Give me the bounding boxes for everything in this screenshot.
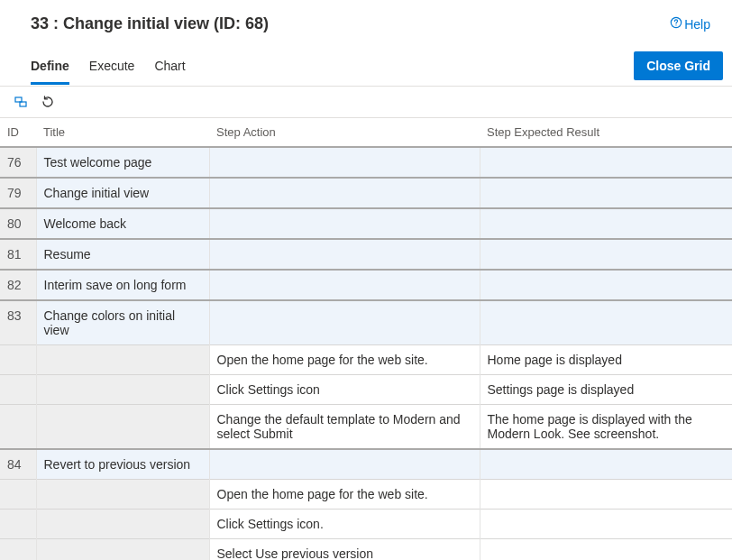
cell-title[interactable]: Change colors on initial view xyxy=(36,300,209,345)
cell-title[interactable]: Welcome back xyxy=(36,208,209,239)
cell-id[interactable]: 84 xyxy=(0,449,36,480)
tabs: Define Execute Chart xyxy=(31,53,186,84)
cell-id[interactable] xyxy=(0,480,36,510)
cell-result[interactable]: Home page is displayed xyxy=(480,345,732,375)
refresh-icon[interactable] xyxy=(40,94,56,110)
tab-chart[interactable]: Chart xyxy=(154,53,185,85)
test-row[interactable]: 82Interim save on long form xyxy=(0,270,732,300)
cell-action[interactable] xyxy=(209,178,480,208)
grid-toolbar xyxy=(0,87,732,118)
cell-result[interactable]: The home page is displayed with the Mode… xyxy=(480,405,732,450)
cell-action[interactable]: Open the home page for the web site. xyxy=(209,480,480,510)
cell-id[interactable]: 81 xyxy=(0,239,36,270)
cell-title[interactable] xyxy=(36,510,209,539)
cell-result[interactable]: Settings page is displayed xyxy=(480,375,732,405)
step-row[interactable]: Open the home page for the web site. xyxy=(0,480,732,510)
test-row[interactable]: 76Test welcome page xyxy=(0,147,732,178)
cell-title[interactable] xyxy=(36,480,209,510)
cell-title[interactable]: Interim save on long form xyxy=(36,270,209,300)
collapse-icon[interactable] xyxy=(13,94,29,110)
cell-id[interactable] xyxy=(0,345,36,375)
step-row[interactable]: Click Settings icon. xyxy=(0,510,732,539)
cell-title[interactable]: Change initial view xyxy=(36,178,209,208)
cell-result[interactable] xyxy=(480,178,732,208)
step-row[interactable]: Click Settings iconSettings page is disp… xyxy=(0,375,732,405)
cell-action[interactable] xyxy=(209,147,480,178)
cell-action[interactable] xyxy=(209,270,480,300)
cell-action[interactable]: Click Settings icon. xyxy=(209,510,480,539)
cell-result[interactable] xyxy=(480,539,732,561)
cell-result[interactable] xyxy=(480,270,732,300)
svg-rect-3 xyxy=(20,102,26,106)
help-label: Help xyxy=(684,17,710,32)
cell-action[interactable] xyxy=(209,300,480,345)
tab-execute[interactable]: Execute xyxy=(89,53,135,85)
cell-id[interactable]: 83 xyxy=(0,300,36,345)
test-row[interactable]: 80Welcome back xyxy=(0,208,732,239)
cell-result[interactable] xyxy=(480,208,732,239)
test-row[interactable]: 84Revert to previous version xyxy=(0,449,732,480)
test-row[interactable]: 79Change initial view xyxy=(0,178,732,208)
step-row[interactable]: Select Use previous version xyxy=(0,539,732,561)
test-row[interactable]: 81Resume xyxy=(0,239,732,270)
cell-action[interactable] xyxy=(209,208,480,239)
cell-id[interactable] xyxy=(0,405,36,450)
cell-title[interactable] xyxy=(36,405,209,450)
tab-define[interactable]: Define xyxy=(31,53,69,85)
cell-title[interactable]: Resume xyxy=(36,239,209,270)
cell-id[interactable]: 79 xyxy=(0,178,36,208)
test-row[interactable]: 83Change colors on initial view xyxy=(0,300,732,345)
help-link[interactable]: Help xyxy=(670,16,710,32)
cell-id[interactable] xyxy=(0,539,36,561)
cell-title[interactable]: Test welcome page xyxy=(36,147,209,178)
help-icon xyxy=(670,16,682,32)
cell-result[interactable] xyxy=(480,510,732,539)
cell-result[interactable] xyxy=(480,480,732,510)
cell-action[interactable] xyxy=(209,449,480,480)
page-title: 33 : Change initial view (ID: 68) xyxy=(31,14,269,33)
svg-point-1 xyxy=(676,24,677,25)
step-row[interactable]: Open the home page for the web site.Home… xyxy=(0,345,732,375)
col-header-id[interactable]: ID xyxy=(0,118,36,147)
cell-action[interactable]: Select Use previous version xyxy=(209,539,480,561)
cell-id[interactable]: 82 xyxy=(0,270,36,300)
col-header-action[interactable]: Step Action xyxy=(209,118,480,147)
svg-rect-2 xyxy=(15,97,22,102)
cell-id[interactable] xyxy=(0,375,36,405)
cell-result[interactable] xyxy=(480,449,732,480)
close-grid-button[interactable]: Close Grid xyxy=(634,51,723,80)
test-grid: ID Title Step Action Step Expected Resul… xyxy=(0,118,732,560)
cell-id[interactable]: 80 xyxy=(0,208,36,239)
col-header-result[interactable]: Step Expected Result xyxy=(480,118,732,147)
cell-id[interactable] xyxy=(0,510,36,539)
cell-action[interactable]: Click Settings icon xyxy=(209,375,480,405)
cell-id[interactable]: 76 xyxy=(0,147,36,178)
cell-title[interactable] xyxy=(36,345,209,375)
cell-action[interactable]: Change the default template to Modern an… xyxy=(209,405,480,450)
step-row[interactable]: Change the default template to Modern an… xyxy=(0,405,732,450)
cell-title[interactable]: Revert to previous version xyxy=(36,449,209,480)
cell-result[interactable] xyxy=(480,300,732,345)
cell-title[interactable] xyxy=(36,539,209,561)
cell-result[interactable] xyxy=(480,147,732,178)
cell-title[interactable] xyxy=(36,375,209,405)
col-header-title[interactable]: Title xyxy=(36,118,209,147)
grid-header-row: ID Title Step Action Step Expected Resul… xyxy=(0,118,732,147)
cell-result[interactable] xyxy=(480,239,732,270)
cell-action[interactable]: Open the home page for the web site. xyxy=(209,345,480,375)
cell-action[interactable] xyxy=(209,239,480,270)
